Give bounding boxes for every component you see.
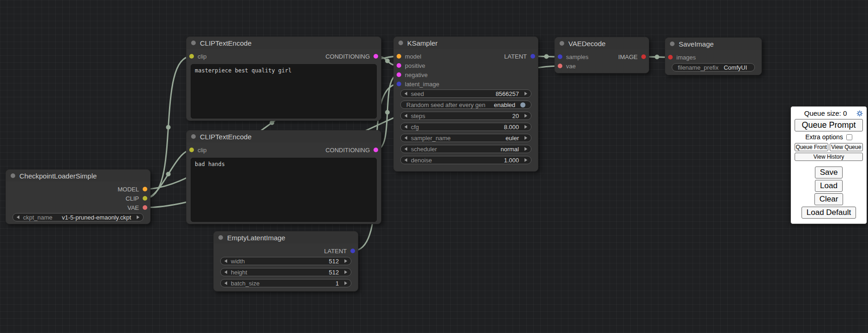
widget-label: Random seed after every gen [406, 101, 485, 108]
output-slot-vae[interactable] [143, 205, 147, 210]
collapse-dot-icon[interactable] [191, 41, 196, 45]
next-value-arrow-icon[interactable] [524, 136, 527, 140]
link-center-dot[interactable] [385, 59, 390, 63]
view-queue-button[interactable]: View Queue [830, 143, 863, 151]
widget-seed[interactable]: seed 8566257 [400, 89, 531, 98]
node-title-bar[interactable]: SaveImage [665, 38, 761, 50]
increment-arrow-icon[interactable] [344, 270, 347, 274]
input-slot-latent-image[interactable] [397, 82, 401, 86]
decrement-arrow-icon[interactable] [224, 281, 227, 285]
collapse-dot-icon[interactable] [218, 235, 223, 240]
prev-value-arrow-icon[interactable] [17, 215, 19, 219]
node-checkpoint-loader-simple[interactable]: CheckpointLoaderSimple MODEL CLIP VAE [6, 169, 151, 224]
node-title-bar[interactable]: KSampler [394, 37, 538, 49]
node-title-bar[interactable]: EmptyLatentImage [214, 232, 358, 244]
node-clip-text-encode-positive[interactable]: CLIPTextEncode clip CONDITIONING masterp… [186, 36, 381, 121]
input-slot-model[interactable] [397, 54, 401, 59]
link-center-dot[interactable] [655, 55, 659, 59]
decrement-arrow-icon[interactable] [404, 158, 407, 162]
load-default-button[interactable]: Load Default [802, 207, 856, 219]
collapse-dot-icon[interactable] [398, 41, 403, 45]
link-center-dot[interactable] [385, 110, 390, 115]
output-slot-image[interactable] [641, 54, 646, 59]
output-slot-latent[interactable] [350, 249, 355, 253]
input-slot-clip[interactable] [189, 148, 194, 152]
prev-value-arrow-icon[interactable] [404, 147, 407, 151]
input-slot-negative[interactable] [397, 72, 401, 77]
widget-width[interactable]: width 512 [220, 257, 351, 265]
node-ksampler[interactable]: KSampler model LATENT positive negative [393, 36, 538, 172]
node-vae-decode[interactable]: VAEDecode samples IMAGE vae [555, 37, 649, 73]
increment-arrow-icon[interactable] [344, 281, 347, 285]
node-title-bar[interactable]: VAEDecode [555, 37, 649, 49]
negative-prompt-textarea[interactable]: bad hands [191, 158, 377, 222]
output-label-clip: CLIP [126, 195, 139, 202]
node-empty-latent-image[interactable]: EmptyLatentImage LATENT width 512 height [213, 231, 358, 291]
input-slot-vae[interactable] [558, 64, 562, 68]
widget-label: ckpt_name [23, 214, 53, 221]
node-clip-text-encode-negative[interactable]: CLIPTextEncode clip CONDITIONING bad han… [186, 130, 381, 224]
link-center-dot[interactable] [166, 172, 171, 177]
node-title-bar[interactable]: CLIPTextEncode [187, 131, 381, 143]
queue-front-button[interactable]: Queue Front [795, 143, 828, 151]
next-value-arrow-icon[interactable] [524, 147, 527, 151]
widget-value: normal [500, 146, 519, 153]
decrement-arrow-icon[interactable] [404, 125, 407, 129]
input-slot-positive[interactable] [397, 63, 401, 68]
widget-cfg[interactable]: cfg 8.000 [400, 123, 531, 131]
extra-options-checkbox[interactable] [846, 134, 852, 140]
widget-height[interactable]: height 512 [220, 268, 351, 276]
output-slot-latent[interactable] [530, 54, 535, 59]
widget-steps[interactable]: steps 20 [400, 112, 531, 120]
input-slot-clip[interactable] [189, 54, 194, 59]
positive-prompt-textarea[interactable]: masterpiece best quality girl [191, 64, 377, 119]
decrement-arrow-icon[interactable] [224, 270, 227, 274]
collapse-dot-icon[interactable] [560, 41, 564, 46]
node-title-bar[interactable]: CLIPTextEncode [187, 37, 381, 49]
collapse-dot-icon[interactable] [11, 173, 15, 178]
link-wire[interactable] [145, 150, 192, 198]
settings-gear-icon[interactable] [856, 110, 863, 117]
output-slot-conditioning[interactable] [374, 148, 378, 152]
output-slot-clip[interactable] [143, 196, 147, 201]
link-center-dot[interactable] [544, 54, 549, 59]
clear-button[interactable]: Clear [814, 193, 844, 205]
widget-batch-size[interactable]: batch_size 1 [220, 279, 351, 287]
collapse-dot-icon[interactable] [670, 42, 675, 46]
next-value-arrow-icon[interactable] [137, 215, 139, 219]
queue-prompt-button[interactable]: Queue Prompt [795, 119, 863, 131]
save-button[interactable]: Save [815, 166, 843, 178]
widget-ckpt-name[interactable]: ckpt_name v1-5-pruned-emaonly.ckpt [12, 213, 144, 221]
collapse-dot-icon[interactable] [191, 134, 196, 139]
decrement-arrow-icon[interactable] [404, 114, 407, 118]
output-label-image: IMAGE [618, 54, 638, 60]
input-slot-images[interactable] [668, 55, 673, 59]
prev-value-arrow-icon[interactable] [404, 136, 407, 140]
widget-denoise[interactable]: denoise 1.000 [400, 156, 531, 164]
widget-filename-prefix[interactable]: filename_prefix ComfyUI [672, 63, 755, 71]
output-label-model: MODEL [118, 186, 139, 193]
load-button[interactable]: Load [815, 180, 843, 192]
link-center-dot[interactable] [270, 120, 274, 125]
increment-arrow-icon[interactable] [524, 125, 527, 129]
decrement-arrow-icon[interactable] [224, 259, 227, 263]
increment-arrow-icon[interactable] [524, 158, 527, 162]
input-slot-samples[interactable] [558, 54, 562, 59]
widget-scheduler[interactable]: scheduler normal [400, 145, 531, 153]
widget-random-seed-toggle[interactable]: Random seed after every gen enabled [400, 101, 531, 109]
link-wire[interactable] [145, 56, 192, 198]
node-title-bar[interactable]: CheckpointLoaderSimple [6, 170, 150, 182]
increment-arrow-icon[interactable] [524, 92, 527, 95]
widget-label: height [231, 269, 247, 276]
graph-canvas[interactable]: CheckpointLoaderSimple MODEL CLIP VAE [0, 0, 868, 333]
link-center-dot[interactable] [166, 125, 171, 130]
decrement-arrow-icon[interactable] [404, 92, 407, 95]
increment-arrow-icon[interactable] [524, 114, 527, 118]
view-history-button[interactable]: View History [795, 153, 863, 161]
widget-sampler-name[interactable]: sampler_name euler [400, 134, 531, 142]
node-title: SaveImage [679, 40, 714, 48]
node-save-image[interactable]: SaveImage images filename_prefix ComfyUI [665, 37, 762, 75]
increment-arrow-icon[interactable] [344, 259, 347, 263]
output-slot-conditioning[interactable] [374, 54, 378, 59]
output-slot-model[interactable] [143, 187, 147, 191]
